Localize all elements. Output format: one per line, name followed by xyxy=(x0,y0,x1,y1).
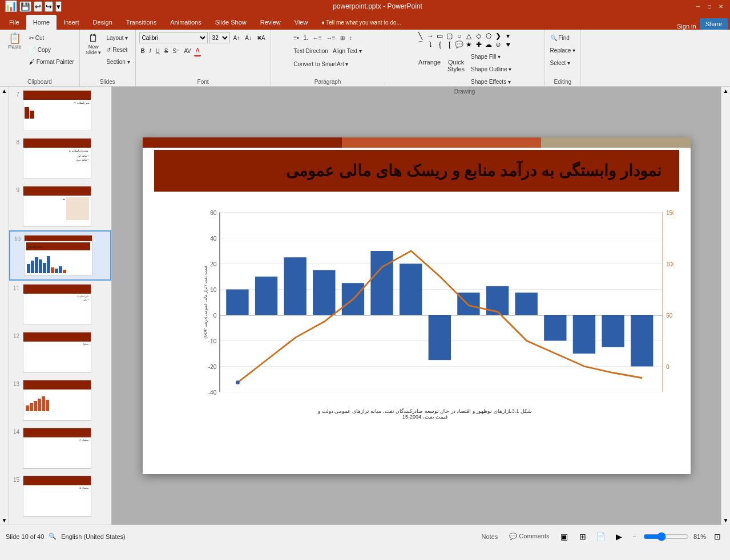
font-color-btn[interactable]: A xyxy=(194,45,201,56)
convert-smartart-btn[interactable]: Convert to SmartArt ▾ xyxy=(292,58,350,70)
shape-connector[interactable]: ⤵ xyxy=(426,40,435,48)
shape-more[interactable]: ▾ xyxy=(503,32,513,40)
increase-indent-btn[interactable]: →≡ xyxy=(325,32,337,43)
decrease-font-btn[interactable]: A↓ xyxy=(243,32,253,43)
customize-qa-btn[interactable]: ▾ xyxy=(55,1,62,12)
tab-home[interactable]: Home xyxy=(26,15,57,30)
font-size-select[interactable]: 32 xyxy=(209,32,230,43)
tab-tellme[interactable]: ♦ Tell me what you want to do... xyxy=(314,15,408,30)
shape-arrow[interactable]: → xyxy=(426,32,435,40)
zoom-slider[interactable] xyxy=(643,532,689,541)
slide-item-10[interactable]: 10 نمودار وابستگی xyxy=(9,230,111,281)
slide-show-btn[interactable]: ▶ xyxy=(612,531,626,542)
shape-oval[interactable]: ○ xyxy=(455,32,464,40)
columns-btn[interactable]: ⊞ xyxy=(338,32,346,43)
slide-item-9[interactable]: 9 متن xyxy=(9,182,111,230)
align-text-btn[interactable]: Align Text ▾ xyxy=(331,45,364,56)
shape-callout[interactable]: 💬 xyxy=(455,40,464,48)
find-button[interactable]: 🔍 Find xyxy=(548,32,571,43)
fit-slide-btn[interactable]: ⊡ xyxy=(711,531,724,542)
char-spacing-btn[interactable]: AV xyxy=(182,45,193,56)
slide-item-8[interactable]: 8 محتوای اسلاید ۸ • نکته اول • نکته دوم xyxy=(9,135,111,182)
scroll-down-btn[interactable]: ▼ xyxy=(1,516,9,525)
tab-design[interactable]: Design xyxy=(86,15,119,30)
shape-star[interactable]: ★ xyxy=(465,40,474,48)
undo-qa-btn[interactable]: ↩ xyxy=(34,1,42,12)
slide-item-15[interactable]: 15 محتوای ۱۵ xyxy=(9,472,111,520)
cut-button[interactable]: ✂ Cut xyxy=(27,32,76,43)
slide-item-12[interactable]: 12 محتوا xyxy=(9,328,111,376)
shape-pentagon[interactable]: ⬠ xyxy=(484,32,493,40)
tab-transitions[interactable]: Transitions xyxy=(119,15,163,30)
italic-btn[interactable]: I xyxy=(148,45,153,56)
shape-chevron[interactable]: ❯ xyxy=(494,32,503,40)
tab-file[interactable]: File xyxy=(2,15,26,30)
paragraph-label: Paragraph xyxy=(314,78,341,85)
sign-in-button[interactable]: Sign in xyxy=(673,23,700,30)
line-spacing-btn[interactable]: ↕ xyxy=(348,32,354,43)
bullets-btn[interactable]: ≡• xyxy=(292,32,300,43)
new-slide-button[interactable]: 🗒 NewSlide ▾ xyxy=(83,32,104,68)
close-btn[interactable]: ✕ xyxy=(716,2,725,10)
tab-view[interactable]: View xyxy=(288,15,315,30)
minimize-btn[interactable]: ─ xyxy=(693,2,703,10)
comments-button[interactable]: 💬 Comments xyxy=(506,531,552,541)
layout-button[interactable]: Layout ▾ xyxy=(104,32,131,43)
scroll-up-btn[interactable]: ▲ xyxy=(1,87,9,95)
shape-diamond[interactable]: ◇ xyxy=(474,32,483,40)
redo-qa-btn[interactable]: ↪ xyxy=(45,1,53,12)
quick-styles-button[interactable]: QuickStyles xyxy=(445,58,467,80)
shape-bracket[interactable]: [ xyxy=(445,40,454,48)
arrange-button[interactable]: Arrange xyxy=(416,58,443,80)
paste-button[interactable]: 📋 Paste xyxy=(3,32,26,68)
format-painter-button[interactable]: 🖌 Format Painter xyxy=(27,56,76,67)
shape-triangle[interactable]: △ xyxy=(465,32,474,40)
shape-cloud[interactable]: ☁ xyxy=(484,40,493,48)
shape-heart[interactable]: ♥ xyxy=(503,40,513,48)
copy-button[interactable]: 📄 Copy xyxy=(27,44,76,55)
slide-item-7[interactable]: 7 متن اسلاید ۷ xyxy=(9,87,111,135)
tab-animations[interactable]: Animations xyxy=(163,15,208,30)
clear-format-btn[interactable]: ✖A xyxy=(255,32,267,43)
shape-outline-btn[interactable]: Shape Outline ▾ xyxy=(469,63,513,75)
slide-item-11[interactable]: 11 متن اسلاید ۱۱ • نکته xyxy=(9,281,111,328)
save-qa-btn[interactable]: 💾 xyxy=(19,1,31,12)
decrease-indent-btn[interactable]: ←≡ xyxy=(311,32,324,43)
right-scroll-up[interactable]: ▲ xyxy=(721,87,730,95)
right-scroll-down[interactable]: ▼ xyxy=(721,516,730,525)
reset-button[interactable]: ↺ Reset xyxy=(104,44,131,55)
shadow-btn[interactable]: S⁻ xyxy=(171,45,182,56)
underline-btn[interactable]: U xyxy=(154,45,162,56)
slide-item-13[interactable]: 13 xyxy=(9,376,111,424)
shape-smiley[interactable]: ☺ xyxy=(494,40,503,48)
shape-rect[interactable]: ▭ xyxy=(435,32,445,40)
shape-cross[interactable]: ✚ xyxy=(474,40,483,48)
shape-rounded-rect[interactable]: ▢ xyxy=(445,32,454,40)
share-button[interactable]: Share xyxy=(700,18,728,30)
numbering-btn[interactable]: 1. xyxy=(302,32,310,43)
tab-review[interactable]: Review xyxy=(253,15,288,30)
tab-insert[interactable]: Insert xyxy=(57,15,86,30)
section-button[interactable]: Section ▾ xyxy=(104,56,131,67)
strikethrough-btn[interactable]: S xyxy=(163,45,170,56)
bold-btn[interactable]: B xyxy=(139,45,147,56)
slide-item-14[interactable]: 14 محتوای ۱۴ xyxy=(9,424,111,472)
select-button[interactable]: Select ▾ xyxy=(548,57,572,68)
replace-button[interactable]: Replace ▾ xyxy=(548,44,577,56)
shape-brace[interactable]: { xyxy=(435,40,445,48)
shape-fill-btn[interactable]: Shape Fill ▾ xyxy=(469,51,513,62)
notes-button[interactable]: Notes xyxy=(478,532,502,541)
text-direction-btn[interactable]: Text Direction xyxy=(292,45,330,56)
reading-view-btn[interactable]: 📄 xyxy=(594,531,608,542)
tab-slideshow[interactable]: Slide Show xyxy=(208,15,253,30)
slide-sorter-btn[interactable]: ⊞ xyxy=(576,531,590,542)
slide-canvas[interactable]: نمودار وابستگی به درآمد منابع و ریسک های… xyxy=(143,137,691,474)
caption-line2: قیمت نفت، 2004-15 xyxy=(200,414,651,420)
shape-line[interactable]: ╲ xyxy=(416,32,425,40)
increase-font-btn[interactable]: A↑ xyxy=(232,32,242,43)
normal-view-btn[interactable]: ▣ xyxy=(558,531,571,542)
shape-curve[interactable]: ⌒ xyxy=(416,40,425,48)
font-family-select[interactable]: Calibri xyxy=(139,32,208,43)
shape-effects-btn[interactable]: Shape Effects ▾ xyxy=(469,76,513,87)
restore-btn[interactable]: □ xyxy=(705,2,714,10)
